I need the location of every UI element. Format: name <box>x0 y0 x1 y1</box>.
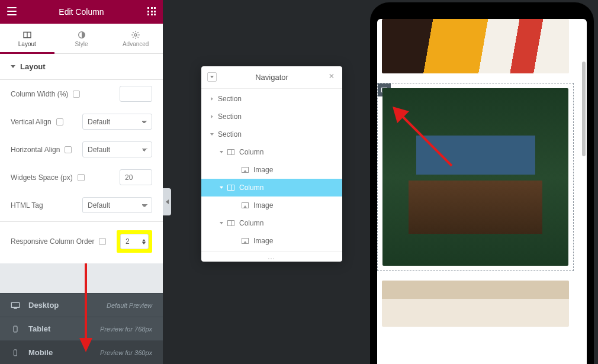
chevron-right-icon[interactable] <box>211 115 213 118</box>
annotation-arrow-1 <box>77 263 95 352</box>
control-vertical-align: Vertical Align Default <box>0 108 163 136</box>
control-responsive-order: Responsive Column Order 2 <box>0 221 163 263</box>
chevron-down-icon[interactable] <box>220 151 223 153</box>
tab-style[interactable]: Style <box>54 24 109 53</box>
device-desktop-desc: Default Preview <box>107 302 152 309</box>
gear-icon <box>131 30 140 40</box>
vertical-align-label: Vertical Align <box>11 118 52 126</box>
layout-section-toggle[interactable]: Layout <box>0 54 163 80</box>
tab-advanced-label: Advanced <box>123 41 149 47</box>
responsive-icon[interactable] <box>73 91 80 98</box>
tab-layout-label: Layout <box>18 41 36 47</box>
device-mobile-label: Mobile <box>28 348 53 357</box>
horizontal-align-select[interactable]: Default <box>82 141 152 157</box>
navigator-item-section[interactable]: Section <box>201 125 342 143</box>
navigator-resize-handle[interactable]: … <box>201 251 342 262</box>
responsive-order-stepper[interactable]: 2 <box>120 234 149 249</box>
navigator-item-column[interactable]: Column <box>201 179 342 197</box>
navigator-collapse-all-icon[interactable] <box>207 72 217 82</box>
preview-content <box>377 19 587 327</box>
device-tablet-label: Tablet <box>28 324 50 333</box>
navigator-item-image[interactable]: Image <box>201 197 342 214</box>
navigator-tree: SectionSectionSectionColumnImageColumnIm… <box>201 89 342 251</box>
svg-point-3 <box>134 34 137 36</box>
column-width-label: Column Width (%) <box>11 90 68 98</box>
close-icon[interactable]: × <box>327 72 336 81</box>
device-tablet-desc: Preview for 768px <box>100 326 152 333</box>
chevron-down-icon <box>11 65 15 68</box>
device-mobile-desc: Preview for 360px <box>100 349 152 356</box>
layout-section: Layout Column Width (%) Vertical Align D… <box>0 54 163 263</box>
column-icon <box>227 149 234 155</box>
navigator-panel[interactable]: Navigator × SectionSectionSectionColumnI… <box>201 66 342 262</box>
tab-style-label: Style <box>75 41 88 47</box>
navigator-item-label: Section <box>218 112 242 121</box>
column-width-input[interactable] <box>120 86 152 102</box>
chevron-down-icon[interactable] <box>220 222 223 224</box>
chevron-right-icon[interactable] <box>211 97 213 101</box>
chevron-down-icon[interactable] <box>210 133 214 136</box>
navigator-item-section[interactable]: Section <box>201 90 342 108</box>
responsive-order-value: 2 <box>126 237 130 246</box>
svg-line-10 <box>402 116 452 166</box>
navigator-item-section[interactable]: Section <box>201 108 342 125</box>
chevron-down-icon[interactable] <box>220 186 223 189</box>
style-icon <box>77 30 86 40</box>
control-html-tag: HTML Tag Default <box>0 191 163 219</box>
navigator-item-label: Column <box>239 148 263 156</box>
tab-layout[interactable]: Layout <box>0 24 54 53</box>
navigator-item-image[interactable]: Image <box>201 232 342 250</box>
panel-title: Edit Column <box>59 7 104 17</box>
html-tag-select[interactable]: Default <box>82 197 152 213</box>
preview-image-1[interactable] <box>382 19 569 73</box>
widgets-space-input[interactable] <box>120 169 152 185</box>
preview-scrollbar[interactable] <box>582 62 586 156</box>
svg-marker-9 <box>79 338 92 352</box>
layout-icon <box>22 30 32 40</box>
navigator-item-label: Image <box>253 201 273 210</box>
widgets-space-label: Widgets Space (px) <box>11 173 73 182</box>
svg-rect-7 <box>14 350 17 356</box>
panel-collapse-handle[interactable] <box>163 188 171 215</box>
image-icon <box>242 202 249 208</box>
navigator-item-label: Section <box>218 95 242 103</box>
svg-rect-4 <box>11 302 19 307</box>
preview-image-3[interactable] <box>382 281 569 327</box>
desktop-icon <box>11 302 20 309</box>
navigator-item-image[interactable]: Image <box>201 161 342 179</box>
navigator-title: Navigator <box>255 73 288 82</box>
widgets-icon[interactable] <box>147 7 156 15</box>
annotation-arrow-2 <box>391 105 456 170</box>
responsive-order-label: Responsive Column Order <box>11 237 94 246</box>
vertical-align-select[interactable]: Default <box>82 114 152 130</box>
navigator-item-column[interactable]: Column <box>201 143 342 161</box>
layout-section-title: Layout <box>20 62 46 71</box>
responsive-icon[interactable] <box>56 118 63 125</box>
tab-advanced[interactable]: Advanced <box>108 24 163 53</box>
navigator-item-label: Image <box>253 237 273 245</box>
horizontal-align-label: Horizontal Align <box>11 146 60 154</box>
preview-viewport[interactable] <box>377 19 587 364</box>
navigator-item-column[interactable]: Column <box>201 214 342 232</box>
panel-header: Edit Column <box>0 0 163 24</box>
responsive-icon[interactable] <box>65 146 72 153</box>
navigator-item-label: Image <box>253 166 273 174</box>
column-icon <box>227 185 234 191</box>
responsive-order-highlight: 2 <box>117 230 152 253</box>
html-tag-label: HTML Tag <box>11 201 43 210</box>
stepper-icon[interactable] <box>142 239 146 244</box>
responsive-icon[interactable] <box>99 238 106 245</box>
image-icon <box>242 167 249 173</box>
tablet-icon <box>11 326 20 333</box>
navigator-item-label: Section <box>218 130 242 138</box>
responsive-icon[interactable] <box>78 174 85 181</box>
image-icon <box>242 238 249 244</box>
mobile-icon <box>11 349 20 356</box>
navigator-header[interactable]: Navigator × <box>201 66 342 89</box>
navigator-item-label: Column <box>239 219 263 227</box>
control-horizontal-align: Horizontal Align Default <box>0 136 163 163</box>
menu-icon[interactable] <box>7 7 17 15</box>
navigator-item-label: Column <box>239 183 263 192</box>
panel-tabs: Layout Style Advanced <box>0 24 163 54</box>
preview-device-frame <box>370 2 594 364</box>
